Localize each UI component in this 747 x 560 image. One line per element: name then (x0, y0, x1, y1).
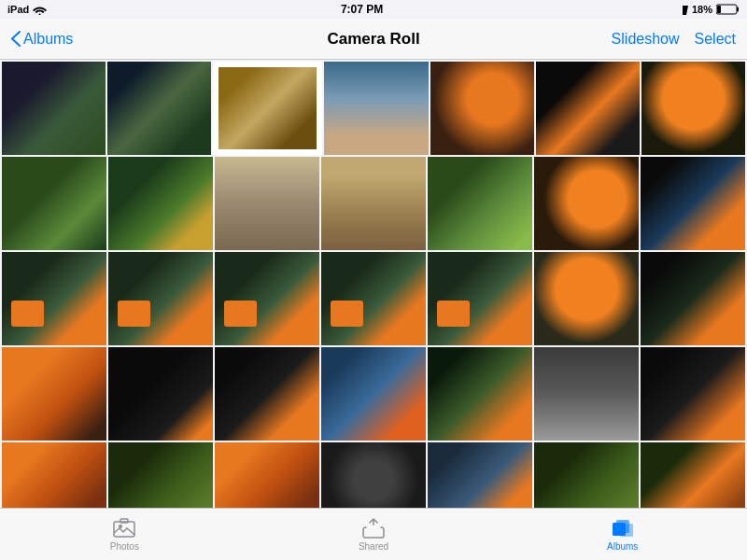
photo-cell[interactable] (534, 347, 639, 441)
photo-cell[interactable] (536, 62, 640, 155)
photo-cell[interactable] (321, 252, 426, 345)
photo-cell[interactable] (321, 157, 426, 250)
photo-cell[interactable] (534, 157, 639, 250)
photo-cell[interactable] (430, 62, 534, 155)
photo-cell[interactable] (428, 157, 532, 250)
shared-icon (362, 517, 385, 539)
photo-cell[interactable] (641, 252, 745, 345)
photo-cell[interactable] (2, 442, 106, 508)
photo-cell[interactable] (641, 347, 745, 441)
page-title: Camera Roll (327, 30, 419, 49)
back-label: Albums (23, 31, 73, 48)
back-button[interactable]: Albums (11, 31, 73, 48)
battery-label: 18% (692, 4, 712, 15)
photo-cell[interactable] (215, 347, 319, 441)
photos-icon (113, 517, 135, 539)
svg-rect-7 (120, 519, 128, 523)
carrier-label: iPad (7, 4, 29, 15)
back-chevron-icon (11, 31, 21, 47)
photo-cell[interactable] (321, 442, 426, 508)
tab-shared[interactable]: Shared (249, 513, 499, 555)
photo-cell[interactable] (534, 442, 639, 508)
status-bar: iPad 7:07 PM 18% (0, 0, 747, 19)
status-left: iPad (7, 4, 47, 15)
photo-cell[interactable] (2, 157, 106, 250)
photo-cell[interactable] (108, 252, 213, 345)
photo-cell[interactable] (428, 442, 532, 508)
tab-albums-label: Albums (607, 541, 638, 552)
signal-icon (677, 4, 688, 15)
grid-row (2, 347, 745, 441)
photo-cell[interactable] (108, 157, 213, 250)
photo-cell[interactable] (107, 62, 211, 155)
photo-cell[interactable] (428, 252, 532, 345)
svg-point-0 (39, 13, 41, 15)
photo-cell[interactable] (2, 62, 106, 155)
tab-albums[interactable]: Albums (498, 513, 747, 555)
photo-cell[interactable] (641, 442, 745, 508)
photo-cell[interactable] (213, 62, 322, 155)
photo-cell[interactable] (215, 252, 319, 345)
svg-rect-5 (114, 522, 134, 537)
svg-rect-4 (717, 6, 721, 13)
tab-photos[interactable]: Photos (0, 513, 249, 555)
photo-cell[interactable] (2, 347, 106, 441)
photo-cell[interactable] (2, 252, 106, 345)
photo-cell[interactable] (641, 157, 745, 250)
photo-cell[interactable] (215, 442, 319, 508)
status-right: 18% (677, 4, 740, 15)
wifi-icon (33, 5, 47, 15)
grid-row (2, 252, 745, 345)
svg-rect-10 (620, 524, 633, 537)
nav-actions: Slideshow Select (612, 31, 736, 48)
photo-cell[interactable] (108, 442, 213, 508)
photo-cell[interactable] (108, 347, 213, 441)
svg-rect-3 (737, 7, 739, 12)
grid-row (2, 442, 745, 508)
svg-marker-1 (683, 6, 688, 15)
photo-cell[interactable] (641, 62, 745, 155)
photo-cell[interactable] (321, 347, 426, 441)
select-button[interactable]: Select (695, 31, 736, 48)
tab-shared-label: Shared (359, 541, 388, 552)
photo-cell[interactable] (534, 252, 639, 345)
battery-icon (716, 4, 740, 15)
nav-bar: Albums Camera Roll Slideshow Select (0, 19, 747, 60)
photo-cell[interactable] (215, 157, 319, 250)
albums-icon (612, 517, 634, 539)
grid-row (2, 62, 745, 155)
photo-cell[interactable] (428, 347, 532, 441)
time-display: 7:07 PM (341, 3, 383, 16)
tab-photos-label: Photos (110, 541, 139, 552)
photo-grid (0, 60, 747, 508)
grid-row (2, 157, 745, 250)
slideshow-button[interactable]: Slideshow (612, 31, 680, 48)
tab-bar: Photos Shared Albums (0, 508, 747, 560)
photo-cell[interactable] (324, 62, 428, 155)
